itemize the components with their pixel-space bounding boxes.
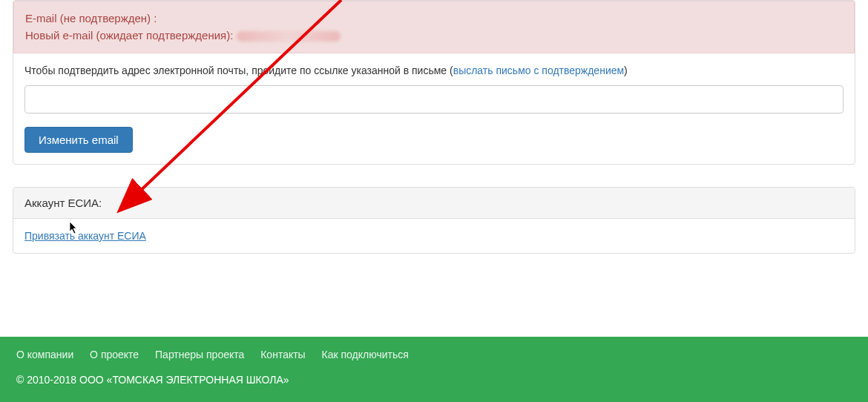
resend-confirmation-link[interactable]: выслать письмо с подтверждением	[453, 65, 624, 76]
alert-line-unconfirmed: E-mail (не подтвержден) :	[25, 10, 843, 27]
footer-copyright: © 2010-2018 ООО «ТОМСКАЯ ЭЛЕКТРОННАЯ ШКО…	[16, 374, 852, 386]
email-input[interactable]	[24, 85, 844, 113]
change-email-button[interactable]: Изменить email	[24, 127, 133, 153]
footer-link-connect[interactable]: Как подключиться	[322, 349, 409, 360]
footer-link-partners[interactable]: Партнеры проекта	[155, 349, 244, 360]
confirm-instruction: Чтобы подтвердить адрес электронной почт…	[24, 65, 844, 76]
alert-line-new-email: Новый e-mail (ожидает подтверждения):	[25, 27, 843, 45]
footer-link-project[interactable]: О проекте	[90, 349, 139, 360]
link-esia-bind[interactable]: Привязать аккаунт ЕСИА	[24, 230, 146, 242]
esia-heading: Аккаунт ЕСИА:	[13, 188, 855, 219]
page-footer: О компании О проекте Партнеры проекта Ко…	[0, 337, 868, 402]
footer-link-contacts[interactable]: Контакты	[260, 349, 305, 360]
esia-panel: Аккаунт ЕСИА: Привязать аккаунт ЕСИА	[13, 187, 855, 254]
footer-links: О компании О проекте Партнеры проекта Ко…	[16, 349, 852, 360]
footer-link-company[interactable]: О компании	[16, 349, 73, 360]
email-alert: E-mail (не подтвержден) : Новый e-mail (…	[13, 1, 855, 53]
blurred-email-value	[237, 31, 341, 42]
email-panel: E-mail (не подтвержден) : Новый e-mail (…	[13, 0, 855, 165]
